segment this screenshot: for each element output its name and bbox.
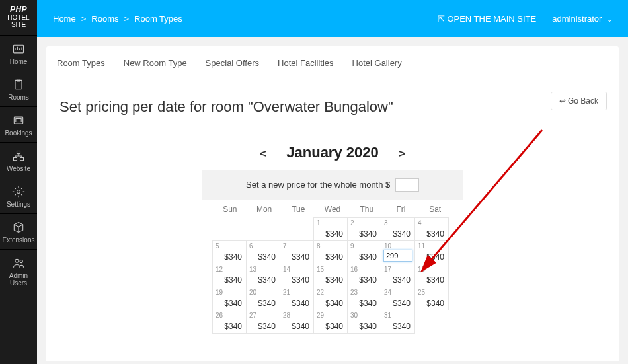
- breadcrumb-room-types[interactable]: Room Types: [134, 14, 182, 24]
- calendar-price: $340: [258, 252, 276, 262]
- calendar-price: $340: [359, 322, 377, 331]
- tab-room-types[interactable]: Room Types: [57, 58, 105, 68]
- calendar-price: $340: [393, 275, 411, 285]
- calendar-dow: Sat: [418, 205, 452, 214]
- tab-hotel-gallery[interactable]: Hotel Gallery: [352, 58, 402, 68]
- calendar-cell[interactable]: 22$340: [313, 287, 348, 310]
- calendar-price-input[interactable]: [383, 250, 412, 262]
- calendar-day-number: 8: [317, 242, 321, 250]
- user-menu[interactable]: administrator ⌄: [552, 14, 612, 24]
- calendar-cell[interactable]: 4$340: [414, 217, 449, 241]
- calendar-cell[interactable]: 27$340: [246, 310, 280, 334]
- calendar: < January 2020 > Set a new price for the…: [202, 133, 463, 334]
- calendar-cell[interactable]: 14$340: [280, 264, 314, 287]
- gear-icon: [11, 185, 26, 198]
- calendar-cell-blank: [280, 217, 314, 241]
- layers-icon: [11, 114, 26, 127]
- calendar-cell[interactable]: 16$340: [347, 264, 381, 287]
- calendar-dow: Thu: [350, 205, 384, 214]
- calendar-price: $340: [359, 229, 377, 238]
- calendar-cell[interactable]: 19$340: [212, 287, 247, 310]
- calendar-cell[interactable]: 25$340: [414, 287, 449, 310]
- sidebar-item-settings[interactable]: Settings: [0, 178, 37, 213]
- calendar-price: $340: [292, 252, 309, 262]
- calendar-day-number: 18: [418, 266, 425, 273]
- calendar-day-number: 27: [249, 312, 256, 319]
- calendar-cell[interactable]: 9$340: [347, 240, 381, 264]
- calendar-cell[interactable]: 21$340: [280, 287, 314, 310]
- sidebar-item-label: Extensions: [3, 237, 35, 244]
- tab-new-room-type[interactable]: New Room Type: [124, 58, 187, 68]
- calendar-cell[interactable]: 13$340: [246, 264, 280, 287]
- calendar-price: $340: [224, 322, 242, 331]
- calendar-cell[interactable]: 29$340: [313, 310, 348, 334]
- calendar-cell[interactable]: 6$340: [246, 240, 280, 264]
- calendar-cell[interactable]: 26$340: [212, 310, 247, 334]
- calendar-cell[interactable]: 12$340: [212, 264, 247, 287]
- tab-special-offers[interactable]: Special Offers: [206, 58, 259, 68]
- sidebar-item-rooms[interactable]: Rooms: [0, 71, 37, 106]
- svg-point-8: [17, 190, 20, 194]
- breadcrumb-sep: >: [81, 14, 87, 24]
- sidebar-item-bookings[interactable]: Bookings: [0, 106, 37, 142]
- users-icon: [11, 256, 26, 270]
- sidebar-item-website[interactable]: Website: [0, 142, 37, 178]
- calendar-day-number: 5: [216, 242, 219, 250]
- sidebar-item-label: Settings: [7, 201, 30, 208]
- calendar-next-button[interactable]: >: [399, 146, 406, 160]
- calendar-cell[interactable]: 23$340: [347, 287, 381, 310]
- go-back-button[interactable]: ↩ Go Back: [551, 92, 607, 110]
- calendar-day-number: 31: [384, 312, 391, 319]
- calendar-cell[interactable]: 28$340: [280, 310, 314, 334]
- calendar-day-number: 15: [317, 266, 324, 273]
- calendar-price: $340: [393, 299, 411, 308]
- sitemap-icon: [11, 149, 26, 163]
- svg-rect-7: [20, 158, 24, 161]
- breadcrumb-home[interactable]: Home: [53, 14, 76, 24]
- calendar-price: $340: [393, 322, 411, 331]
- tab-hotel-facilities[interactable]: Hotel Facilities: [278, 58, 334, 68]
- calendar-day-number: 29: [317, 312, 324, 319]
- calendar-cell[interactable]: 15$340: [313, 264, 348, 287]
- calendar-price: $340: [325, 322, 343, 331]
- calendar-price: $340: [224, 252, 242, 262]
- calendar-cell[interactable]: 11$340: [414, 240, 449, 264]
- calendar-cell[interactable]: 8$340: [313, 240, 348, 264]
- month-price-input[interactable]: [395, 178, 419, 192]
- calendar-day-number: 4: [418, 219, 422, 227]
- calendar-price: $340: [224, 299, 242, 308]
- calendar-cell[interactable]: 10: [381, 240, 415, 264]
- calendar-cell[interactable]: 1$340: [313, 217, 348, 241]
- calendar-cell[interactable]: 20$340: [246, 287, 280, 310]
- breadcrumb-rooms[interactable]: Rooms: [91, 14, 118, 24]
- calendar-day-number: 19: [216, 289, 223, 296]
- sidebar-item-admin-users[interactable]: Admin Users: [0, 249, 37, 292]
- calendar-cell[interactable]: 18$340: [414, 264, 449, 287]
- calendar-cell[interactable]: 3$340: [381, 217, 415, 241]
- calendar-price: $340: [426, 275, 444, 285]
- calendar-price: $340: [393, 229, 411, 238]
- calendar-price: $340: [359, 252, 377, 262]
- cube-icon: [11, 221, 26, 234]
- calendar-dow: Fri: [384, 205, 418, 214]
- open-main-site-link[interactable]: ⇱ OPEN THE MAIN SITE: [438, 14, 536, 24]
- calendar-price: $340: [258, 322, 276, 331]
- calendar-cell[interactable]: 7$340: [280, 240, 314, 264]
- chevron-down-icon: ⌄: [607, 16, 612, 23]
- sidebar-item-home[interactable]: Home: [0, 35, 37, 71]
- calendar-day-number: 13: [249, 266, 256, 273]
- calendar-cell[interactable]: 2$340: [347, 217, 381, 241]
- calendar-cell[interactable]: 30$340: [347, 310, 381, 334]
- sidebar-item-label: Home: [10, 58, 28, 65]
- calendar-day-number: 30: [350, 312, 358, 319]
- calendar-cell[interactable]: 31$340: [381, 310, 415, 334]
- calendar-cell[interactable]: 17$340: [381, 264, 415, 287]
- page-title: Set pricing per date for room "Overwater…: [59, 98, 606, 116]
- calendar-cell[interactable]: 5$340: [212, 240, 247, 264]
- calendar-day-number: 25: [418, 289, 425, 296]
- sidebar-item-extensions[interactable]: Extensions: [0, 213, 37, 249]
- calendar-cell[interactable]: 24$340: [381, 287, 415, 310]
- calendar-day-number: 3: [384, 219, 388, 227]
- calendar-grid: 1$3402$3403$3404$3405$3406$3407$3408$340…: [202, 218, 463, 334]
- calendar-prev-button[interactable]: <: [259, 146, 266, 160]
